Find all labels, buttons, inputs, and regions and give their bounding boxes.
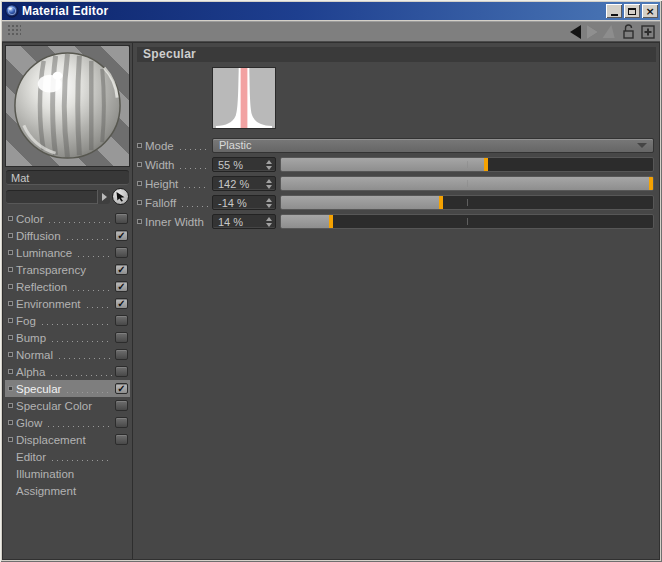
channel-row-alpha[interactable]: Alpha (5, 363, 130, 380)
channel-checkbox[interactable] (115, 400, 128, 411)
channel-checkbox[interactable]: ✓ (115, 298, 128, 309)
add-box-icon[interactable] (641, 24, 655, 40)
close-button[interactable]: × (642, 4, 658, 18)
param-bullet-icon (137, 162, 142, 167)
channel-label: Diffusion (16, 230, 61, 242)
param-label-cell: Falloff (137, 197, 212, 209)
channel-checkbox[interactable] (115, 417, 128, 428)
spinner-arrows-icon[interactable] (262, 179, 275, 189)
channel-row-editor[interactable]: Editor (5, 448, 130, 465)
spinner-arrows-icon[interactable] (262, 160, 275, 170)
param-value-spinner[interactable]: 142 % (212, 176, 276, 191)
channel-checkbox[interactable]: ✓ (115, 383, 128, 394)
channel-label: Illumination (16, 468, 74, 480)
slider-handle[interactable] (484, 158, 488, 171)
channel-checkbox[interactable] (115, 366, 128, 377)
param-slider[interactable] (280, 157, 654, 172)
mode-label-cell: Mode (137, 140, 212, 152)
channel-row-assignment[interactable]: Assignment (5, 482, 130, 499)
minimize-button[interactable] (606, 4, 622, 18)
param-bullet-icon (137, 200, 142, 205)
channel-row-reflection[interactable]: Reflection ✓ (5, 278, 130, 295)
channel-row-bump[interactable]: Bump (5, 329, 130, 346)
channel-row-color[interactable]: Color (5, 210, 130, 227)
spinner-arrows-icon[interactable] (262, 217, 275, 227)
material-preview[interactable] (5, 45, 130, 167)
pick-material-button[interactable] (112, 188, 129, 205)
channel-row-normal[interactable]: Normal (5, 346, 130, 363)
toolbar-grip-icon[interactable] (7, 24, 21, 35)
leader-dots (50, 459, 112, 462)
leader-dots (57, 357, 112, 360)
slider-handle[interactable] (439, 196, 443, 209)
param-value-spinner[interactable]: 14 % (212, 214, 276, 229)
channel-row-illumination[interactable]: Illumination (5, 465, 130, 482)
leader-dots (85, 306, 112, 309)
leader-dots (90, 272, 112, 275)
slider-handle[interactable] (329, 215, 333, 228)
channel-row-specular-color[interactable]: Specular Color (5, 397, 130, 414)
maximize-button[interactable] (624, 4, 640, 18)
leader-dots (71, 289, 112, 292)
lock-open-icon[interactable] (622, 24, 635, 40)
channel-row-environment[interactable]: Environment ✓ (5, 295, 130, 312)
spinner-arrows-icon[interactable] (262, 198, 275, 208)
channel-row-luminance[interactable]: Luminance (5, 244, 130, 261)
param-slider[interactable] (280, 195, 654, 210)
channel-checkbox[interactable] (115, 349, 128, 360)
channel-row-diffusion[interactable]: Diffusion ✓ (5, 227, 130, 244)
param-value-spinner[interactable]: -14 % (212, 195, 276, 210)
channel-row-glow[interactable]: Glow (5, 414, 130, 431)
param-row-width: Width 55 % (137, 157, 654, 172)
channel-bullet-icon (8, 250, 13, 255)
param-slider[interactable] (280, 214, 654, 229)
channel-checkbox[interactable] (115, 332, 128, 343)
channel-bullet-icon (8, 318, 13, 323)
channel-row-transparency[interactable]: Transparency ✓ (5, 261, 130, 278)
slider-center-tick (467, 218, 468, 225)
param-slider[interactable] (280, 176, 654, 191)
material-selector-field[interactable] (6, 190, 97, 204)
content-area: Mat Color Diffusion ✓ Luminance (2, 42, 660, 560)
slider-handle[interactable] (649, 177, 653, 190)
channel-checkbox[interactable] (115, 213, 128, 224)
close-icon: × (645, 6, 654, 17)
selector-expand-button[interactable] (97, 190, 110, 204)
channel-checkbox[interactable] (115, 434, 128, 445)
channel-checkbox[interactable]: ✓ (115, 281, 128, 292)
material-name-field[interactable]: Mat (6, 170, 129, 185)
channel-label: Color (16, 213, 43, 225)
param-row-falloff: Falloff -14 % (137, 195, 654, 210)
param-label-cell: Height (137, 178, 212, 190)
channel-label: Editor (16, 451, 46, 463)
leader-dots (40, 323, 112, 326)
material-preview-sphere (6, 46, 129, 165)
slider-fill (281, 196, 441, 209)
back-arrow-icon[interactable] (570, 24, 581, 40)
channel-bullet-icon (8, 403, 13, 408)
specular-curve-preview (212, 67, 276, 129)
param-label: Height (145, 178, 178, 190)
material-editor-window: Material Editor × (0, 0, 662, 562)
title-bar[interactable]: Material Editor × (2, 2, 660, 20)
leader-dots (182, 186, 209, 189)
channel-row-fog[interactable]: Fog (5, 312, 130, 329)
channel-bullet-icon (8, 233, 13, 238)
specular-panel: Specular Mode Plastic (133, 43, 659, 559)
mode-dropdown[interactable]: Plastic (212, 138, 654, 153)
channel-label: Assignment (16, 485, 76, 497)
channel-row-specular[interactable]: Specular ✓ (5, 380, 130, 397)
channel-checkbox[interactable] (115, 247, 128, 258)
channel-checkbox[interactable]: ✓ (115, 264, 128, 275)
channel-checkbox[interactable] (115, 315, 128, 326)
channel-label: Fog (16, 315, 36, 327)
channel-label: Specular Color (16, 400, 92, 412)
param-label-cell: Width (137, 159, 212, 171)
channel-label: Environment (16, 298, 81, 310)
leader-dots (80, 493, 112, 496)
param-value-spinner[interactable]: 55 % (212, 157, 276, 172)
channel-row-displacement[interactable]: Displacement (5, 431, 130, 448)
channel-checkbox[interactable]: ✓ (115, 230, 128, 241)
param-value: 142 % (218, 178, 249, 190)
channel-label: Bump (16, 332, 46, 344)
